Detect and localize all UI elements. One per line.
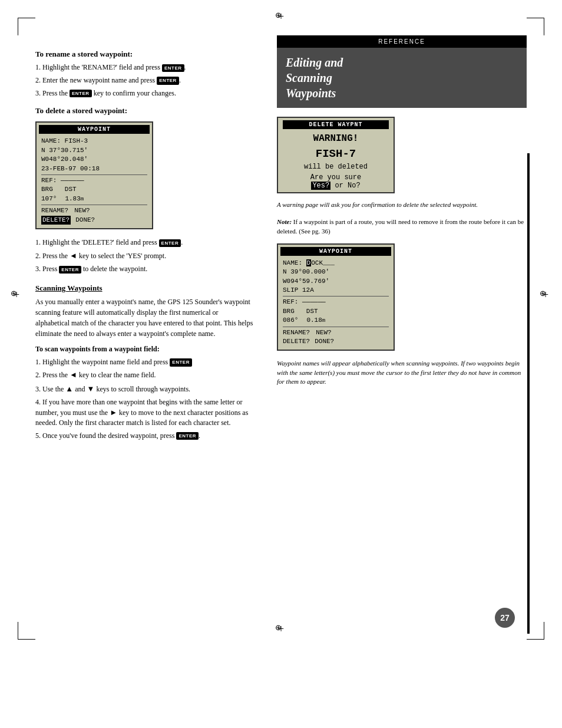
dst-unit: m — [81, 196, 84, 202]
gps-screen-2: WAYPOINT NAME: DOCK___ N 39°00.000' W094… — [277, 243, 395, 351]
gps2-coord1: N 39°00.000' — [283, 268, 389, 276]
gps-brg-dst-val: 107° 1.83m — [41, 195, 147, 203]
delete-step-3-after: to delete the waypoint. — [83, 265, 147, 273]
gps2-brg-label: BRG — [283, 307, 295, 316]
gps2-brg-dst-label: BRG DST — [283, 307, 389, 316]
scan-step-2-after: key to clear the name field. — [79, 371, 156, 379]
gps2-delete: DELETE? — [283, 337, 310, 346]
rename-step-2-text: 2. Enter the new waypoint name and press — [35, 76, 157, 84]
arrow-left-icon-2: ◄ — [70, 370, 77, 379]
gps-screen-2-content: NAME: DOCK___ N 39°00.000' W094°59.769' … — [280, 258, 391, 348]
enter-key-2: ENTER — [157, 77, 179, 84]
delete-prompt: Are you sure Yes? or No? — [283, 173, 389, 190]
delete-opt: DELETE? — [41, 216, 71, 225]
content-area: To rename a stored waypoint: 1. Highligh… — [35, 35, 527, 634]
right-accent-bar — [527, 153, 530, 634]
enter-key-3: ENTER — [70, 90, 92, 97]
gps-screen-1: WAYPOINT NAME: FISH-3 N 37°30.715' W048°… — [35, 121, 153, 229]
gps-screen-1-content: NAME: FISH-3 N 37°30.715' W048°20.048' 2… — [39, 136, 150, 226]
rename-step-1-num: 1. Highlight the 'RENAME?' field and pre… — [35, 63, 162, 71]
corner-mark-tl — [18, 18, 35, 35]
section-title-line2: Scanning — [286, 70, 518, 85]
rename-steps: 1. Highlight the 'RENAME?' field and pre… — [35, 62, 253, 98]
cross-left: ⊕ — [11, 289, 22, 301]
scanning-heading: Scanning Waypoints — [35, 284, 253, 293]
scan-steps: 1. Highlight the waypoint name field and… — [35, 357, 253, 441]
reference-tab: REFERENCE — [277, 35, 527, 48]
delete-section: To delete a stored waypoint: WAYPOINT NA… — [35, 106, 253, 274]
rename-step-2: 2. Enter the new waypoint name and press… — [35, 75, 253, 85]
gps2-coord2: W094°59.769' — [283, 277, 389, 286]
enter-key-7: ENTER — [176, 432, 199, 440]
gps-ref: REF: —————— — [41, 176, 147, 185]
scan-step-2-text: 2. Press the — [35, 371, 70, 379]
gps2-new: NEW? — [316, 328, 331, 337]
gps-screen-2-title: WAYPOINT — [280, 247, 391, 256]
gps2-ref: REF: —————— — [283, 298, 389, 307]
gps2-div2 — [283, 327, 389, 327]
rename-heading: To rename a stored waypoint: — [35, 50, 253, 59]
delete-step-3-text: 3. Press — [35, 265, 59, 273]
rename-step-3: 3. Press the ENTER key to confirm your c… — [35, 88, 253, 98]
delete-screen-title: DELETE WAYPNT — [283, 120, 389, 129]
scan-step-4: 4. If you have more than one waypoint th… — [35, 397, 253, 428]
right-column: REFERENCE Editing and Scanning Waypoints… — [265, 35, 527, 634]
scan-step-1-text: 1. Highlight the waypoint name field and… — [35, 358, 170, 366]
delete-step-1-text: 1. Highlight the 'DELETE?' field and pre… — [35, 238, 159, 246]
gps2-cursor: D — [306, 259, 312, 266]
scanning-intro: As you manually enter a waypoint's name,… — [35, 297, 253, 339]
delete-caption: A warning page will ask you for confirma… — [277, 200, 527, 209]
enter-key-5: ENTER — [59, 266, 81, 274]
arrow-up-icon: ▲ — [65, 384, 73, 393]
gps-coord1: N 37°30.715' — [41, 146, 147, 155]
arrow-left-icon: ◄ — [70, 251, 77, 260]
done-opt: DONE? — [75, 216, 95, 225]
gps2-actions1: RENAME? NEW? — [283, 328, 389, 337]
gps2-brg-val: 086° — [283, 316, 298, 325]
section-title-box: Editing and Scanning Waypoints — [277, 48, 527, 108]
scan-caption: Waypoint names will appear alphabeticall… — [277, 359, 527, 386]
page-number: 27 — [495, 608, 515, 628]
gps-actions1: RENAME? NEW? — [41, 206, 147, 215]
delete-step-3: 3. Press ENTER to delete the waypoint. — [35, 264, 253, 274]
note: Note: If a waypoint is part of a route, … — [277, 217, 527, 236]
gps-div1 — [41, 174, 147, 175]
dst-val: 1.83m — [65, 195, 84, 203]
gps-div2 — [41, 205, 147, 205]
gps-brg-dst-label: BRG DST — [41, 185, 147, 194]
scan-step-3-after: keys to scroll through waypoints. — [96, 385, 190, 393]
new-opt: NEW? — [74, 206, 90, 215]
section-title-line3: Waypoints — [286, 85, 518, 101]
section-title-line1: Editing and — [286, 55, 518, 70]
scan-step-5-text: 5. Once you've found the desired waypoin… — [35, 431, 176, 440]
gps2-dst-label: DST — [306, 307, 318, 316]
delete-fish-name: FISH-7 — [283, 147, 389, 160]
scan-sub-heading: To scan waypoints from a waypoint field: — [35, 345, 253, 354]
scan-step-3: 3. Use the ▲ and ▼ keys to scroll throug… — [35, 384, 253, 394]
delete-steps: 1. Highlight the 'DELETE?' field and pre… — [35, 238, 253, 274]
yes-option: Yes? — [311, 182, 330, 190]
note-body: If a waypoint is part of a route, you wi… — [277, 218, 524, 235]
left-column: To rename a stored waypoint: 1. Highligh… — [35, 35, 265, 634]
gps-name-line: NAME: FISH-3 — [41, 137, 147, 146]
scan-step-3-and: and — [75, 385, 87, 393]
gps-screen-1-title: WAYPOINT — [39, 125, 150, 134]
gps2-div1 — [283, 296, 389, 297]
delete-will-be-deleted: will be deleted — [283, 163, 389, 171]
gps-date: 23-FEB-97 00:18 — [41, 164, 147, 173]
enter-key-6: ENTER — [170, 358, 192, 366]
brg-label: BRG — [41, 185, 53, 194]
gps-actions2: DELETE? DONE? — [41, 216, 147, 225]
gps2-dst-unit: m — [322, 318, 325, 324]
gps2-name-line: NAME: DOCK___ — [283, 259, 389, 268]
scan-step-2: 2. Press the ◄ key to clear the name fie… — [35, 370, 253, 380]
enter-key-1: ENTER — [162, 64, 184, 72]
scan-step-1: 1. Highlight the waypoint name field and… — [35, 357, 253, 367]
or-text: or No? — [335, 182, 360, 190]
page: ⊕ ⊕ ⊕ ⊕ To rename a stored waypoint: 1. … — [0, 0, 562, 728]
enter-key-4: ENTER — [159, 239, 181, 247]
brg-val: 107° — [41, 195, 57, 203]
delete-step-2-text: 2. Press the — [35, 252, 70, 260]
gps2-brg-dst-val: 086° 0.18m — [283, 316, 389, 325]
rename-step-1: 1. Highlight the 'RENAME?' field and pre… — [35, 62, 253, 73]
